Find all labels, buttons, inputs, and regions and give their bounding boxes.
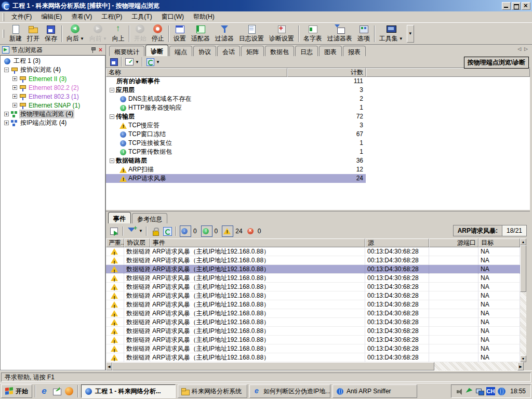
back-button[interactable]: 向后▼ — [64, 24, 87, 44]
toolbar-overflow-icon[interactable]: ▼ — [407, 25, 414, 43]
network-icon[interactable] — [476, 388, 484, 395]
tab-诊断[interactable]: 诊断 — [145, 45, 168, 56]
tab-报表[interactable]: 报表 — [343, 46, 366, 56]
options-button[interactable]: 选项 — [355, 24, 373, 44]
log-settings-button[interactable]: 日志设置 — [236, 24, 267, 44]
expander-icon[interactable]: + — [12, 103, 17, 108]
scroll-up-icon[interactable]: ▲ — [520, 238, 526, 245]
menu-item[interactable]: 帮助(H) — [189, 11, 219, 23]
scroll-left-icon[interactable]: ◀ — [106, 362, 112, 370]
task-button[interactable]: Anti ARP Sniffer — [332, 384, 417, 398]
tab-事件[interactable]: 事件 — [108, 212, 131, 223]
diagnosis-row[interactable]: 所有的诊断事件111 — [106, 77, 530, 86]
expander-icon[interactable]: − — [4, 68, 9, 72]
column-header-2[interactable]: 协议层 — [124, 238, 150, 247]
expander-icon[interactable]: + — [12, 85, 17, 90]
chevron-down-icon[interactable]: ▼ — [156, 60, 160, 64]
input-language-indicator[interactable]: CH — [486, 387, 495, 395]
diagnosis-row[interactable]: TCP连接被复位1 — [106, 139, 530, 148]
lock-icon[interactable] — [150, 226, 161, 236]
warn-counter-button[interactable] — [222, 225, 233, 237]
column-header-name[interactable]: 名称 — [106, 68, 287, 77]
export-icon[interactable] — [109, 226, 119, 236]
start-button[interactable]: 开始 — [1, 384, 32, 398]
event-row[interactable]: 数据链路层ARP请求风暴（主机IP地址192.168.0.88）00:13:D4… — [106, 274, 520, 283]
column-header-1[interactable]: 严重... — [106, 238, 124, 247]
menu-item[interactable]: 文件(F) — [7, 11, 36, 23]
expander-icon[interactable]: + — [4, 112, 9, 116]
event-row[interactable]: 数据链路层ARP请求风暴（主机IP地址192.168.0.88）00:13:D4… — [106, 300, 520, 309]
funnel-button[interactable]: 过滤器 — [212, 24, 236, 44]
chevron-down-icon[interactable]: ▼ — [139, 229, 143, 233]
event-row[interactable]: 数据链路层ARP请求风暴（主机IP地址192.168.0.88）00:13:D4… — [106, 256, 520, 265]
refresh-icon[interactable] — [145, 57, 155, 66]
event-row[interactable]: 数据链路层ARP请求风暴（主机IP地址192.168.0.88）00:13:D4… — [106, 318, 520, 327]
tab-会话[interactable]: 会话 — [217, 46, 240, 56]
save-button[interactable]: 保存 — [42, 24, 60, 44]
adapter-button[interactable]: 适配器 — [189, 24, 212, 44]
column-header-4[interactable]: 源 — [365, 238, 429, 247]
task-button[interactable]: 如何判断区分伪造IP地... — [249, 384, 330, 398]
column-header-5[interactable]: 源端口 — [429, 238, 478, 247]
refresh-icon[interactable] — [162, 226, 172, 236]
diagnosis-row[interactable]: −数据链路层36 — [106, 156, 530, 165]
tree-item[interactable]: 工程 1 (3) — [1, 57, 105, 65]
scrollbar-track[interactable] — [434, 362, 517, 370]
diagnosis-row[interactable]: −传输层72 — [106, 112, 530, 121]
globe-icon[interactable] — [498, 388, 506, 395]
expander-icon[interactable]: + — [12, 76, 17, 81]
speaker-icon[interactable] — [456, 388, 464, 395]
column-header-6[interactable]: 目标 — [478, 238, 520, 247]
scroll-right-icon[interactable]: ▶ — [517, 362, 524, 370]
tab-日志[interactable]: 日志 — [295, 46, 318, 56]
event-row[interactable]: 数据链路层ARP请求风暴（主机IP地址192.168.0.88）00:13:D4… — [106, 344, 520, 353]
column-header-3[interactable]: 事件 — [150, 238, 365, 247]
toolbar-grip[interactable] — [3, 13, 4, 21]
diagnosis-row[interactable]: DNS主机或域名不存在2 — [106, 95, 530, 103]
filter-icon[interactable] — [127, 226, 137, 236]
start-button[interactable]: 开始 — [131, 24, 149, 44]
expander-icon[interactable]: − — [110, 158, 114, 163]
menu-item[interactable]: 编辑(E) — [36, 11, 66, 23]
tab-数据包[interactable]: 数据包 — [265, 46, 294, 56]
close-button[interactable] — [522, 2, 530, 10]
filter-table-button[interactable]: 过滤器表 — [325, 24, 355, 44]
panel-close-icon[interactable]: × — [98, 46, 103, 54]
name-table-button[interactable]: 名字表 — [301, 24, 325, 44]
desktop-icon[interactable] — [51, 385, 62, 397]
diagnosis-row[interactable]: TCP窗口冻结67 — [106, 130, 530, 139]
menu-item[interactable]: 窗口(W) — [157, 11, 189, 23]
tree-item[interactable]: −按协议浏览 (4) — [1, 65, 105, 74]
event-row[interactable]: 数据链路层ARP请求风暴（主机IP地址192.168.0.88）00:13:D4… — [106, 309, 520, 318]
scroll-down-icon[interactable]: ▼ — [520, 355, 526, 362]
chevron-down-icon[interactable]: ▼ — [80, 36, 84, 41]
diagnosis-row[interactable]: TCP重传数据包1 — [106, 148, 530, 156]
expander-icon[interactable]: − — [110, 88, 114, 92]
expander-icon[interactable]: − — [110, 114, 114, 119]
tab-参考信息[interactable]: 参考信息 — [132, 213, 167, 223]
tree-item[interactable]: +Ethernet 802.2 (2) — [1, 83, 105, 92]
tab-概要统计[interactable]: 概要统计 — [109, 46, 144, 56]
menu-item[interactable]: 工程(P) — [97, 11, 127, 23]
up-button[interactable]: 向上 — [110, 24, 127, 44]
open-folder-button[interactable]: 打开 — [24, 24, 42, 44]
forward-button[interactable]: 向前▼ — [87, 24, 110, 44]
tab-scroll-right-icon[interactable]: ▷ — [523, 46, 529, 51]
task-button[interactable]: 科来网络分析系统 — [178, 384, 247, 398]
event-row[interactable]: 数据链路层ARP请求风暴（主机IP地址192.168.0.88）00:13:D4… — [106, 265, 520, 274]
scrollbar-thumb[interactable] — [520, 245, 526, 292]
task-button[interactable]: 工程 1 - 科来网络分析... — [81, 384, 176, 398]
chevron-down-icon[interactable]: ▼ — [103, 36, 107, 41]
scrollbar-track[interactable] — [520, 292, 526, 355]
pin-icon[interactable] — [90, 47, 96, 54]
tree-item[interactable]: +按物理端点浏览 (4) — [1, 110, 105, 118]
toolset-button[interactable]: 工具集▼ — [377, 24, 406, 44]
diagnosis-row[interactable]: TCP慢应答3 — [106, 121, 530, 130]
chevron-down-icon[interactable]: ▼ — [135, 60, 139, 64]
horizontal-scrollbar[interactable]: ◀ ▶ — [106, 362, 530, 370]
event-row[interactable]: 数据链路层ARP请求风暴（主机IP地址192.168.0.88）00:13:D4… — [106, 327, 520, 336]
diagnosis-row[interactable]: −应用层3 — [106, 86, 530, 95]
tab-矩阵[interactable]: 矩阵 — [241, 46, 264, 56]
event-row[interactable]: 数据链路层ARP请求风暴（主机IP地址192.168.0.88）00:13:D4… — [106, 353, 520, 362]
tab-端点[interactable]: 端点 — [169, 46, 192, 56]
